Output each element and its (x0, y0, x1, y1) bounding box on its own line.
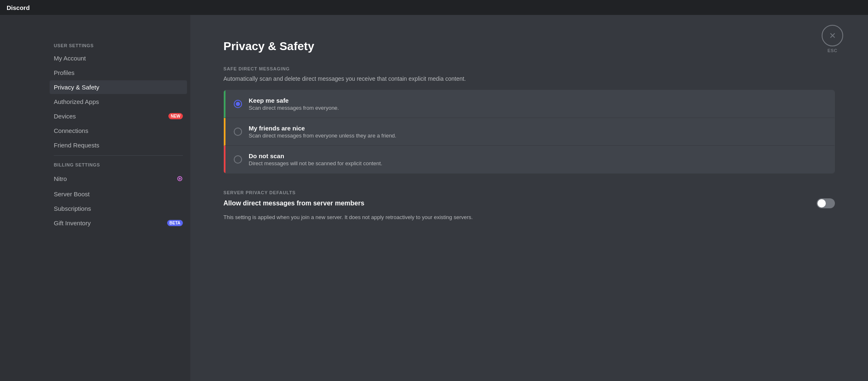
radio-text-friends-nice: My friends are nice Scan direct messages… (249, 125, 396, 139)
sidebar-item-gift-inventory[interactable]: Gift Inventory BETA (50, 216, 187, 230)
toggle-x-icon: ✕ (827, 200, 833, 206)
allow-dm-description: This setting is applied when you join a … (223, 213, 835, 222)
allow-dm-title: Allow direct messages from server member… (223, 200, 364, 207)
close-button-label: ESC (827, 48, 837, 53)
server-privacy-label: SERVER PRIVACY DEFAULTS (223, 190, 835, 195)
sidebar-item-privacy-safety[interactable]: Privacy & Safety (50, 80, 187, 94)
nitro-icon: ⊛ (177, 174, 183, 183)
radio-circle-friends-nice[interactable] (234, 128, 242, 136)
radio-circle-do-not-scan[interactable] (234, 155, 242, 164)
badge-beta-gift: BETA (167, 220, 183, 226)
sidebar: USER SETTINGS My Account Profiles Privac… (0, 15, 190, 381)
radio-subtitle-keep-me-safe: Scan direct messages from everyone. (249, 105, 339, 111)
close-x-icon: ✕ (829, 31, 836, 40)
page-title: Privacy & Safety (223, 40, 835, 53)
radio-subtitle-do-not-scan: Direct messages will not be scanned for … (249, 160, 382, 166)
sidebar-item-friend-requests[interactable]: Friend Requests (50, 138, 187, 152)
main-layout: USER SETTINGS My Account Profiles Privac… (0, 15, 868, 381)
top-bar: Discord (0, 0, 868, 15)
radio-title-friends-nice: My friends are nice (249, 125, 396, 132)
sidebar-item-nitro[interactable]: Nitro ⊛ (50, 171, 187, 186)
sidebar-item-my-account[interactable]: My Account (50, 51, 187, 65)
radio-title-keep-me-safe: Keep me safe (249, 97, 339, 104)
sidebar-item-profiles[interactable]: Profiles (50, 66, 187, 80)
safe-dm-description: Automatically scan and delete direct mes… (223, 75, 835, 83)
safe-dm-radio-group: Keep me safe Scan direct messages from e… (223, 90, 835, 174)
radio-text-keep-me-safe: Keep me safe Scan direct messages from e… (249, 97, 339, 111)
app-title: Discord (7, 4, 30, 11)
toggle-knob (818, 199, 826, 207)
sidebar-item-subscriptions[interactable]: Subscriptions (50, 202, 187, 215)
allow-dm-setting-row: Allow direct messages from server member… (223, 198, 835, 208)
radio-friends-nice[interactable]: My friends are nice Scan direct messages… (224, 118, 834, 146)
billing-settings-label: BILLING SETTINGS (50, 159, 187, 169)
sidebar-item-connections[interactable]: Connections (50, 124, 187, 137)
user-settings-label: USER SETTINGS (50, 40, 187, 50)
sidebar-item-authorized-apps[interactable]: Authorized Apps (50, 95, 187, 109)
content-area: Privacy & Safety SAFE DIRECT MESSAGING A… (190, 15, 868, 381)
safe-dm-section-label: SAFE DIRECT MESSAGING (223, 66, 835, 71)
radio-keep-me-safe[interactable]: Keep me safe Scan direct messages from e… (224, 90, 834, 118)
radio-circle-keep-me-safe[interactable] (234, 100, 242, 108)
radio-title-do-not-scan: Do not scan (249, 152, 382, 159)
badge-new-devices: NEW (168, 113, 183, 119)
radio-do-not-scan[interactable]: Do not scan Direct messages will not be … (224, 146, 834, 173)
close-button[interactable]: ✕ (822, 25, 843, 46)
allow-dm-toggle[interactable]: ✕ (817, 198, 835, 208)
sidebar-item-devices[interactable]: Devices NEW (50, 109, 187, 123)
radio-subtitle-friends-nice: Scan direct messages from everyone unles… (249, 133, 396, 139)
sidebar-item-server-boost[interactable]: Server Boost (50, 187, 187, 201)
sidebar-divider (54, 155, 183, 156)
radio-text-do-not-scan: Do not scan Direct messages will not be … (249, 152, 382, 166)
